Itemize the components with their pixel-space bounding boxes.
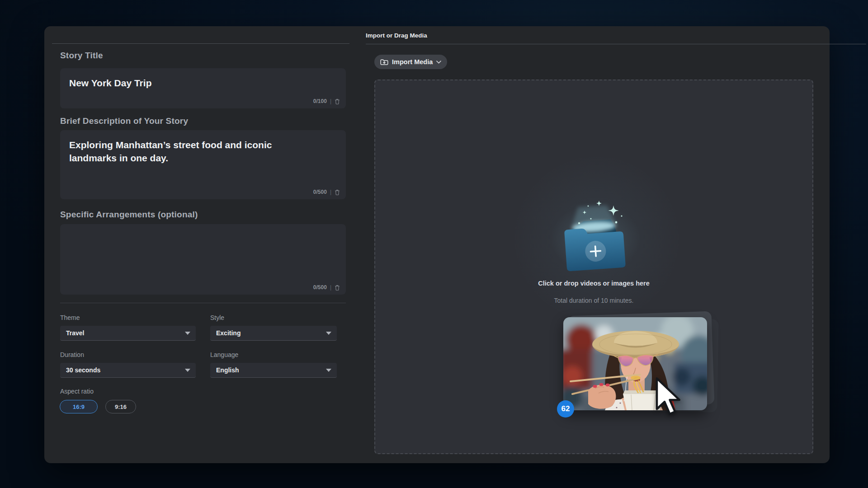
aspect-ratio-option-9-16[interactable]: 9:16 bbox=[105, 400, 136, 413]
chevron-down-icon bbox=[326, 369, 331, 372]
aspect-ratio-option-16-9[interactable]: 16:9 bbox=[60, 400, 98, 413]
trash-icon[interactable] bbox=[335, 99, 340, 104]
chevron-down-icon bbox=[436, 61, 441, 64]
char-counter: 0/100 bbox=[313, 98, 327, 104]
language-value: English bbox=[216, 366, 239, 374]
arrangements-value bbox=[60, 224, 346, 233]
counter-separator: | bbox=[330, 189, 331, 195]
description-counter-row: 0/500 | bbox=[313, 189, 340, 195]
chevron-down-icon bbox=[185, 332, 190, 335]
dropzone-subtitle: Total duration of 10 minutes. bbox=[375, 297, 812, 304]
theme-value: Travel bbox=[66, 329, 84, 337]
description-label: Brief Description of Your Story bbox=[60, 116, 188, 126]
media-thumbnail bbox=[563, 317, 707, 410]
media-header-divider bbox=[366, 44, 866, 44]
story-title-input[interactable]: New York Day Trip 0/100 | bbox=[60, 68, 346, 108]
thumbnail-photo-woman-eating-noodles bbox=[563, 317, 707, 410]
chevron-down-icon bbox=[326, 332, 331, 335]
duration-field: Duration 30 seconds bbox=[60, 351, 196, 378]
duration-label: Duration bbox=[60, 351, 196, 358]
counter-separator: | bbox=[330, 98, 331, 104]
style-field: Style Exciting bbox=[210, 314, 337, 341]
form-mid-divider bbox=[60, 303, 346, 303]
trash-icon[interactable] bbox=[335, 189, 340, 195]
arrangements-counter-row: 0/500 | bbox=[313, 284, 340, 291]
style-value: Exciting bbox=[216, 329, 241, 337]
description-value: Exploring Manhattan’s street food and ic… bbox=[60, 130, 304, 165]
language-label: Language bbox=[210, 351, 337, 358]
dropzone-title: Click or drop videos or images here bbox=[375, 280, 812, 287]
description-input[interactable]: Exploring Manhattan’s street food and ic… bbox=[60, 130, 346, 199]
mouse-cursor-icon bbox=[655, 377, 681, 416]
duration-select[interactable]: 30 seconds bbox=[60, 363, 196, 378]
story-title-label: Story Title bbox=[60, 51, 103, 61]
char-counter: 0/500 bbox=[313, 284, 327, 291]
form-top-divider bbox=[52, 43, 349, 44]
chevron-down-icon bbox=[185, 369, 190, 372]
counter-separator: | bbox=[330, 284, 331, 291]
import-media-label: Import Media bbox=[392, 58, 433, 66]
style-select[interactable]: Exciting bbox=[210, 326, 337, 341]
magic-folder-illustration bbox=[545, 199, 646, 276]
language-select[interactable]: English bbox=[210, 363, 337, 378]
drag-count-badge: 62 bbox=[557, 400, 574, 418]
aspect-ratio-label: Aspect ratio bbox=[60, 388, 94, 395]
import-media-button[interactable]: Import Media bbox=[374, 55, 447, 69]
dragged-media-stack[interactable]: 62 bbox=[563, 317, 707, 410]
media-panel-title: Import or Drag Media bbox=[366, 32, 427, 39]
char-counter: 0/500 bbox=[313, 189, 327, 195]
media-dropzone[interactable]: Click or drop videos or images here Tota… bbox=[374, 80, 813, 454]
style-label: Style bbox=[210, 314, 337, 321]
trash-icon[interactable] bbox=[335, 285, 340, 291]
folder-import-icon bbox=[380, 59, 388, 66]
arrangements-label: Specific Arrangements (optional) bbox=[60, 210, 198, 220]
duration-value: 30 seconds bbox=[66, 366, 100, 374]
story-editor-window: Story Title New York Day Trip 0/100 | Br… bbox=[44, 26, 830, 463]
desktop: { "form": { "title_field": { "label": "S… bbox=[0, 0, 868, 488]
theme-select[interactable]: Travel bbox=[60, 326, 196, 341]
arrangements-input[interactable]: 0/500 | bbox=[60, 224, 346, 295]
language-field: Language English bbox=[210, 351, 337, 378]
story-title-counter-row: 0/100 | bbox=[313, 98, 340, 104]
story-title-value: New York Day Trip bbox=[60, 68, 346, 90]
theme-field: Theme Travel bbox=[60, 314, 196, 341]
theme-label: Theme bbox=[60, 314, 196, 321]
